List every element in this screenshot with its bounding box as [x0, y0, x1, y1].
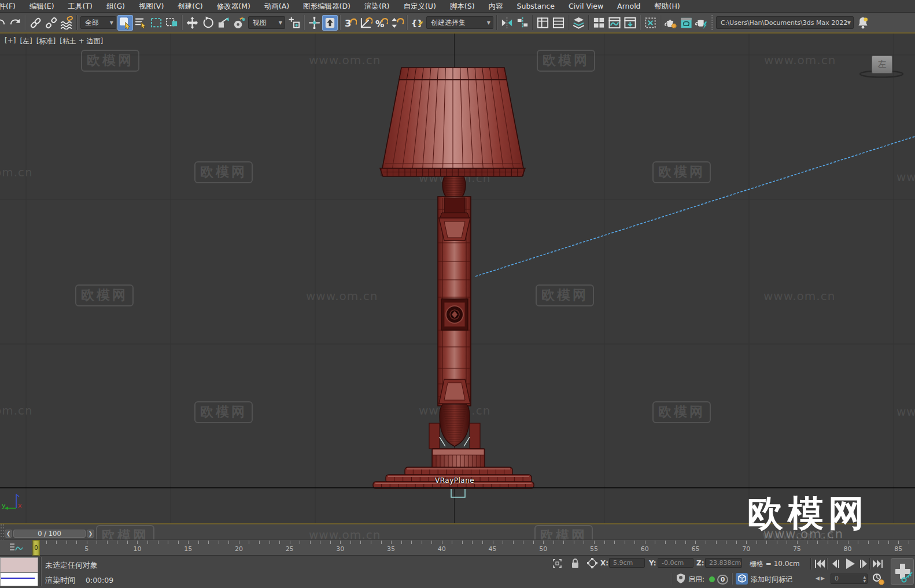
- rendered-frame-icon[interactable]: [678, 15, 694, 31]
- ribbon-icon[interactable]: [591, 15, 607, 31]
- menu-item-11[interactable]: 脚本(S): [443, 0, 482, 13]
- ruler-frame-label: 35: [387, 545, 395, 553]
- unlink-icon[interactable]: [43, 15, 59, 31]
- frame-number-spinner[interactable]: 0 ▲▼: [831, 574, 868, 584]
- schematic-view-icon[interactable]: [622, 15, 638, 31]
- place-icon[interactable]: [231, 15, 247, 31]
- mirror-icon[interactable]: [499, 15, 515, 31]
- menu-item-13[interactable]: Substance: [510, 0, 562, 13]
- window-crossing-icon[interactable]: [164, 15, 180, 31]
- mini-curve-editor-icon[interactable]: [8, 542, 23, 554]
- menu-item-9[interactable]: 渲染(R): [357, 0, 396, 13]
- percent-snap-icon[interactable]: %: [374, 15, 389, 31]
- menu-item-2[interactable]: 工具(T): [61, 0, 99, 13]
- track-bar[interactable]: 0 0510152025303540455055606570758085: [0, 539, 915, 555]
- lamp-model[interactable]: [373, 68, 534, 489]
- time-slider-row: ❮ 0 / 100 ❯: [0, 524, 915, 539]
- viewport-pov-button[interactable]: [左]: [20, 36, 32, 46]
- spinner-arrows[interactable]: ▲▼: [863, 575, 866, 583]
- menu-item-14[interactable]: Civil View: [562, 0, 610, 13]
- ruler-tick: [228, 541, 229, 544]
- absolute-mode-icon[interactable]: [586, 557, 598, 569]
- x-coord-field[interactable]: 5.9cm: [609, 558, 645, 568]
- undo-icon[interactable]: [0, 15, 8, 31]
- selection-lock-icon[interactable]: [570, 557, 580, 569]
- script-listener-pane[interactable]: [0, 572, 38, 586]
- layer-explorer-icon[interactable]: [551, 15, 566, 31]
- curve-editor-icon[interactable]: [607, 15, 622, 31]
- viewport-menu-button[interactable]: [+]: [5, 36, 16, 46]
- select-by-name-icon[interactable]: [133, 15, 149, 31]
- render-icon[interactable]: [694, 15, 710, 31]
- menu-item-16[interactable]: 帮助(H): [648, 0, 687, 13]
- layers-icon[interactable]: [571, 15, 586, 31]
- manipulate-icon[interactable]: [307, 15, 322, 31]
- ruler-frame-label: 65: [691, 545, 699, 553]
- menu-item-6[interactable]: 修改器(M): [210, 0, 257, 13]
- viewcube[interactable]: 左: [872, 56, 892, 73]
- reference-coordinate-dropdown[interactable]: 视图▼: [248, 16, 285, 29]
- shield-icon[interactable]: [676, 573, 686, 585]
- select-object-icon[interactable]: [117, 15, 133, 31]
- world-axis-tripod: y x: [1, 493, 28, 516]
- play-button[interactable]: [842, 557, 857, 571]
- viewport-canvas[interactable]: 欧模网www.om.cn欧模网www.om.cnom.cn欧模网www.om.c…: [0, 34, 915, 523]
- ruler-tick: [584, 541, 584, 544]
- material-editor-icon[interactable]: [643, 15, 658, 31]
- rect-region-icon[interactable]: [149, 15, 164, 31]
- ruler-tick: [290, 541, 290, 544]
- rotate-icon[interactable]: [200, 15, 216, 31]
- align-icon[interactable]: [515, 15, 530, 31]
- selection-set-dropdown[interactable]: 创建选择集▼: [426, 16, 493, 29]
- z-coord-field[interactable]: 23.838cm: [705, 558, 742, 568]
- go-to-start-button[interactable]: [813, 558, 826, 569]
- menu-item-3[interactable]: 组(G): [99, 0, 132, 13]
- menu-item-8[interactable]: 图形编辑器(D): [296, 0, 357, 13]
- scene-explorer-icon[interactable]: [535, 15, 551, 31]
- ruler-tick: [787, 541, 787, 544]
- snap-3d-icon[interactable]: 3: [342, 15, 358, 31]
- select-link-icon[interactable]: [28, 15, 43, 31]
- selection-filter-dropdown[interactable]: 全部▼: [80, 16, 116, 29]
- project-path-field[interactable]: C:\Users\Han\Documents\3ds Max 2022▼: [716, 16, 854, 29]
- next-frame-button[interactable]: [858, 558, 870, 569]
- time-slider[interactable]: 0 / 100: [13, 530, 86, 538]
- redo-icon[interactable]: [8, 15, 23, 31]
- menu-item-1[interactable]: 编辑(E): [23, 0, 61, 13]
- pivot-center-icon[interactable]: [286, 15, 302, 31]
- previous-frame-button[interactable]: [829, 558, 842, 569]
- move-icon[interactable]: [185, 15, 200, 31]
- ruler-tick: [270, 541, 270, 544]
- add-time-tag-label[interactable]: 添加时间标记: [751, 575, 792, 585]
- time-tag-cube-button[interactable]: [736, 573, 748, 585]
- menu-item-10[interactable]: 自定义(U): [396, 0, 442, 13]
- menu-item-0[interactable]: 文件(F): [0, 0, 23, 13]
- keyboard-override-icon[interactable]: [322, 15, 338, 31]
- current-frame-marker[interactable]: 0: [32, 540, 40, 556]
- angle-snap-icon[interactable]: [358, 15, 374, 31]
- set-key-button[interactable]: [891, 558, 914, 585]
- go-to-end-button[interactable]: [872, 558, 884, 569]
- menu-item-5[interactable]: 创建(C): [171, 0, 209, 13]
- spinner-snap-icon[interactable]: [389, 15, 405, 31]
- render-setup-icon[interactable]: [663, 15, 678, 31]
- toolbar-separator: [304, 15, 305, 30]
- frame-step-arrows[interactable]: ◀▶: [816, 575, 826, 581]
- viewport-shading-button[interactable]: [粘土 + 边面]: [60, 36, 103, 46]
- menu-item-15[interactable]: Arnold: [610, 0, 647, 13]
- time-configuration-icon[interactable]: [872, 572, 886, 586]
- bind-spacewarp-icon[interactable]: [59, 15, 75, 31]
- scale-icon[interactable]: [216, 15, 231, 31]
- viewport-perview-button[interactable]: [标准]: [36, 36, 56, 46]
- y-coord-field[interactable]: -0.0cm: [658, 558, 693, 568]
- notification-bell-icon[interactable]: [855, 15, 870, 31]
- macro-recorder-pane[interactable]: [0, 557, 38, 572]
- named-sets-icon[interactable]: {}: [409, 15, 425, 31]
- enable-count-badge[interactable]: 0: [717, 575, 728, 585]
- menu-item-4[interactable]: 视图(V): [132, 0, 171, 13]
- next-frame-arrow[interactable]: ❯: [87, 530, 94, 538]
- menu-item-12[interactable]: 内容: [482, 0, 510, 13]
- previous-frame-arrow[interactable]: ❮: [5, 530, 12, 538]
- isolate-selection-icon[interactable]: [552, 558, 563, 569]
- menu-item-7[interactable]: 动画(A): [257, 0, 296, 13]
